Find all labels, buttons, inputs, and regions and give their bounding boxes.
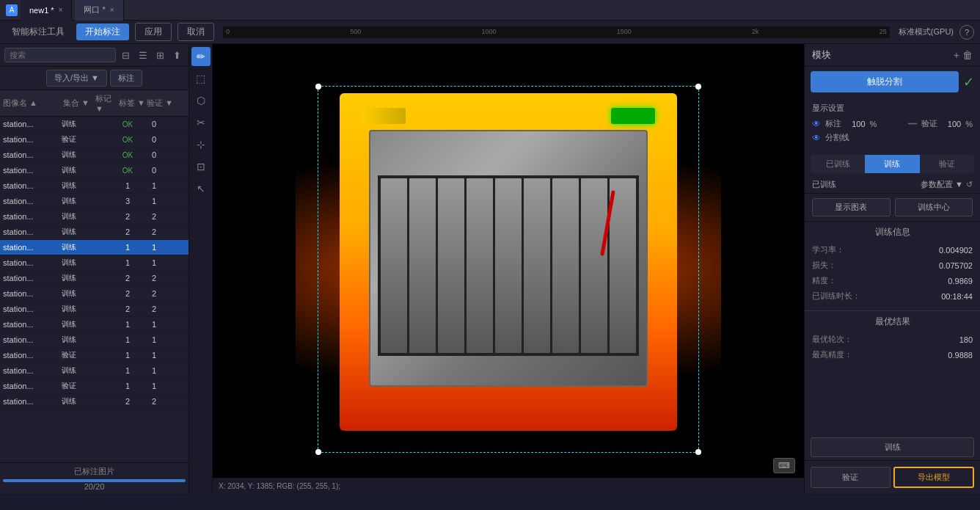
- table-row[interactable]: station... 训练 1 1: [0, 317, 189, 332]
- grid-icon[interactable]: ⊞: [153, 47, 167, 63]
- cell-verify: 2: [141, 397, 167, 406]
- tab-verify[interactable]: 验证: [920, 155, 974, 173]
- col-header-mark[interactable]: 标记 ▼: [95, 93, 117, 113]
- footer-label: 已标注图片: [74, 466, 114, 477]
- sort-icon[interactable]: ☰: [136, 47, 150, 63]
- segment-eye-icon[interactable]: 👁: [812, 133, 821, 143]
- best-epoch-label: 最优轮次：: [812, 334, 852, 345]
- cell-name: station...: [3, 243, 62, 252]
- label-display-label: 标注: [825, 118, 847, 129]
- col-header-verify[interactable]: 验证 ▼: [147, 98, 173, 109]
- cell-verify: 0: [141, 150, 167, 159]
- import-icon2[interactable]: ⬆: [170, 47, 184, 63]
- table-row[interactable]: station... 训练 2 2: [0, 302, 189, 317]
- show-chart-button[interactable]: 显示图表: [812, 198, 891, 216]
- tool-polygon[interactable]: ⬡: [191, 91, 211, 110]
- tool-annotate[interactable]: ✏: [191, 47, 211, 66]
- table-row[interactable]: station... 训练 OK 0: [0, 147, 189, 163]
- table-row[interactable]: station... 验证 1 1: [0, 348, 189, 363]
- help-button[interactable]: ?: [959, 25, 974, 40]
- cell-name: station...: [3, 166, 62, 175]
- col-header-label[interactable]: 标签 ▼: [119, 98, 145, 109]
- tool-arrow[interactable]: ↖: [191, 179, 211, 198]
- keyboard-icon[interactable]: ⌨: [773, 458, 795, 473]
- export-button[interactable]: 导出模型: [893, 467, 975, 488]
- col-header-name[interactable]: 图像名 ▲: [3, 98, 62, 109]
- cell-label: OK: [114, 136, 141, 144]
- apply-button[interactable]: 应用: [135, 23, 172, 41]
- tool-crop[interactable]: ⬚: [191, 69, 211, 88]
- toolbar-mode: 标准模式(GPU): [899, 26, 954, 37]
- tab-new1[interactable]: new1 * ×: [21, 0, 72, 21]
- trained-time-row: 已训练时长： 00:18:44: [812, 291, 973, 302]
- verify-button[interactable]: 验证: [811, 467, 891, 488]
- delete-module-button[interactable]: 🗑: [962, 49, 973, 61]
- cell-label: 1: [114, 366, 141, 375]
- cell-label: 1: [114, 258, 141, 267]
- panel-footer: 已标注图片 20/20: [0, 462, 189, 494]
- cell-name: station...: [3, 197, 62, 205]
- table-row[interactable]: station... 验证 OK 0: [0, 132, 189, 147]
- footer-count: 20/20: [84, 482, 105, 491]
- label-button[interactable]: 标注: [110, 70, 142, 87]
- table-row[interactable]: station... 训练 2 2: [0, 286, 189, 302]
- cancel-button[interactable]: 取消: [178, 23, 214, 41]
- import-export-button[interactable]: 导入/导出 ▼: [46, 70, 107, 87]
- train-center-button[interactable]: 训练中心: [895, 198, 973, 216]
- search-input[interactable]: [4, 48, 116, 62]
- table-row[interactable]: station... 验证 1 1: [0, 379, 189, 394]
- table-row[interactable]: station... 训练 1 1: [0, 240, 189, 255]
- verify-pct-value: 100: [948, 120, 961, 128]
- display-section: 显示设置 👁 标注 100 % ━━ 验证 100 % 👁 分割线: [805, 97, 980, 152]
- table-row[interactable]: station... 训练 1 1: [0, 178, 189, 194]
- right-title: 模块: [812, 48, 831, 62]
- cell-name: station...: [3, 397, 62, 406]
- table-row[interactable]: station... 训练 2 2: [0, 271, 189, 286]
- label-pct-value: 100: [852, 120, 865, 128]
- tab-close-new1[interactable]: ×: [59, 6, 63, 14]
- train-button[interactable]: 训练: [811, 437, 974, 457]
- table-row[interactable]: station... 训练 2 2: [0, 209, 189, 225]
- cell-label: 2: [114, 397, 141, 406]
- add-module-button[interactable]: +: [954, 49, 959, 61]
- history-icon[interactable]: ↺: [966, 180, 973, 189]
- loss-label: 损失：: [812, 260, 836, 271]
- tab-network[interactable]: 网口 * ×: [75, 0, 123, 21]
- status-bar: X: 2034, Y: 1385; RGB: (255, 255, 1);: [213, 478, 804, 494]
- table-row[interactable]: station... 训练 1 1: [0, 332, 189, 348]
- tool-cross[interactable]: ⊹: [191, 135, 211, 154]
- label-eye-icon[interactable]: 👁: [812, 119, 821, 129]
- table-row[interactable]: station... 训练 2 2: [0, 394, 189, 409]
- tab-close-network[interactable]: ×: [110, 6, 114, 14]
- table-row[interactable]: station... 训练 OK 0: [0, 117, 189, 132]
- tool-scissors[interactable]: ✂: [191, 113, 211, 132]
- lr-label: 学习率：: [812, 244, 844, 255]
- params-label[interactable]: 参数配置 ▼: [921, 179, 963, 190]
- cell-set: 训练: [62, 288, 92, 299]
- cell-name: station...: [3, 150, 62, 159]
- cell-verify: 1: [141, 243, 167, 252]
- col-header-set[interactable]: 集合 ▼: [63, 98, 94, 109]
- annotate-button[interactable]: 开始标注: [76, 23, 129, 40]
- tab-annotate[interactable]: 已训练: [811, 155, 865, 173]
- table-row[interactable]: station... 训练 1 1: [0, 255, 189, 271]
- acc-label: 精度：: [812, 275, 836, 286]
- table-row[interactable]: station... 训练 OK 0: [0, 163, 189, 178]
- filter-icon[interactable]: ⊟: [119, 47, 133, 63]
- tab-train[interactable]: 训练: [865, 155, 919, 173]
- segment-button[interactable]: 触脱分割: [811, 71, 959, 92]
- right-header: 模块 + 🗑: [805, 44, 980, 67]
- pin: [438, 178, 464, 353]
- table-row[interactable]: station... 训练 3 1: [0, 194, 189, 209]
- canvas-background: ⌨: [213, 44, 804, 494]
- canvas-wrapper[interactable]: ⌨ X: 2034, Y: 1385; RGB: (255, 255, 1);: [213, 44, 804, 494]
- table-row[interactable]: station... 训练 1 1: [0, 363, 189, 379]
- metal-housing: [369, 130, 648, 387]
- cell-name: station...: [3, 289, 62, 298]
- cell-set: 训练: [62, 365, 92, 376]
- table-row[interactable]: station... 训练 2 2: [0, 225, 189, 240]
- tool-select[interactable]: ⊡: [191, 157, 211, 176]
- cell-set: 训练: [62, 119, 92, 129]
- pin-array: [378, 175, 639, 356]
- check-button[interactable]: ✓: [963, 74, 974, 90]
